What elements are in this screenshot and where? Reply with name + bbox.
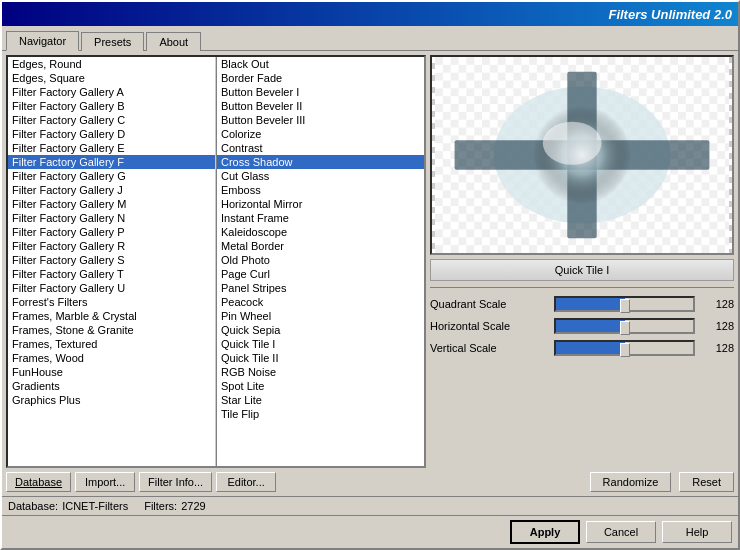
list-item[interactable]: Edges, Round — [8, 57, 215, 71]
import-button[interactable]: Import... — [75, 472, 135, 492]
right-panel-spacer — [430, 362, 734, 466]
param-value-0: 128 — [699, 298, 734, 310]
content-area: Edges, Round Edges, Square Filter Factor… — [2, 51, 738, 496]
editor-button[interactable]: Editor... — [216, 472, 276, 492]
list-item[interactable]: Filter Factory Gallery N — [8, 211, 215, 225]
list-item[interactable]: Filter Factory Gallery U — [8, 281, 215, 295]
list-item[interactable]: Filter Factory Gallery C — [8, 113, 215, 127]
list-item[interactable]: Quick Sepia — [217, 323, 424, 337]
params-separator — [430, 287, 734, 288]
preview-area — [430, 55, 734, 255]
database-button[interactable]: Database — [6, 472, 71, 492]
list-item[interactable]: Instant Frame — [217, 211, 424, 225]
list-item[interactable]: Filter Factory Gallery B — [8, 99, 215, 113]
list-item[interactable]: Cut Glass — [217, 169, 424, 183]
list-item[interactable]: Colorize — [217, 127, 424, 141]
list-item[interactable]: Filter Factory Gallery D — [8, 127, 215, 141]
list-item[interactable]: Button Beveler III — [217, 113, 424, 127]
help-button[interactable]: Help — [662, 521, 732, 543]
list-item[interactable]: Button Beveler II — [217, 99, 424, 113]
status-filters-value: 2729 — [181, 500, 205, 512]
list-item[interactable]: Star Lite — [217, 393, 424, 407]
list-item[interactable]: Spot Lite — [217, 379, 424, 393]
list-item[interactable]: Border Fade — [217, 71, 424, 85]
list-item[interactable]: RGB Noise — [217, 365, 424, 379]
list-item[interactable]: Quick Tile I — [217, 337, 424, 351]
list-item[interactable]: Pin Wheel — [217, 309, 424, 323]
preview-checker-bg — [432, 57, 732, 253]
slider-thumb-2[interactable] — [620, 343, 630, 357]
slider-fill-2 — [556, 342, 625, 354]
list-item selected[interactable]: Cross Shadow — [217, 155, 424, 169]
list-item[interactable]: Tile Flip — [217, 407, 424, 421]
tab-navigator[interactable]: Navigator — [6, 31, 79, 51]
tabs-area: Navigator Presets About — [2, 26, 738, 51]
bottom-buttons: Apply Cancel Help — [2, 515, 738, 548]
right-toolbar: Randomize Reset — [430, 470, 734, 492]
window-title: Filters Unlimited 2.0 — [608, 7, 732, 22]
list-item[interactable]: Filter Factory Gallery A — [8, 85, 215, 99]
list-item[interactable]: Forrest's Filters — [8, 295, 215, 309]
list-item[interactable]: Filter Factory Gallery M — [8, 197, 215, 211]
list-item selected[interactable]: Filter Factory Gallery F — [8, 155, 215, 169]
list-item[interactable]: Frames, Marble & Crystal — [8, 309, 215, 323]
right-panel: Quick Tile I Quadrant Scale 128 Horizont — [430, 55, 734, 492]
list-item[interactable]: Filter Factory Gallery P — [8, 225, 215, 239]
left-toolbar: Database Import... Filter Info... Editor… — [6, 468, 426, 492]
param-slider-0[interactable] — [554, 296, 695, 312]
list-item[interactable]: FunHouse — [8, 365, 215, 379]
list-item[interactable]: Edges, Square — [8, 71, 215, 85]
randomize-button[interactable]: Randomize — [590, 472, 672, 492]
list-item[interactable]: Filter Factory Gallery J — [8, 183, 215, 197]
param-slider-2[interactable] — [554, 340, 695, 356]
list-item[interactable]: Page Curl — [217, 267, 424, 281]
slider-thumb-1[interactable] — [620, 321, 630, 335]
param-slider-1[interactable] — [554, 318, 695, 334]
list-item[interactable]: Gradients — [8, 379, 215, 393]
list-item[interactable]: Peacock — [217, 295, 424, 309]
slider-fill-0 — [556, 298, 625, 310]
list-item[interactable]: Emboss — [217, 183, 424, 197]
apply-button[interactable]: Apply — [510, 520, 580, 544]
preview-image — [432, 57, 732, 253]
status-database: Database: ICNET-Filters — [8, 500, 128, 512]
list-item[interactable]: Panel Stripes — [217, 281, 424, 295]
left-panel: Edges, Round Edges, Square Filter Factor… — [6, 55, 426, 492]
filter-name-list[interactable]: Black Out Border Fade Button Beveler I B… — [217, 57, 424, 466]
list-item[interactable]: Filter Factory Gallery T — [8, 267, 215, 281]
slider-thumb-0[interactable] — [620, 299, 630, 313]
list-item[interactable]: Quick Tile II — [217, 351, 424, 365]
status-filters-label: Filters: — [144, 500, 177, 512]
param-row-1: Horizontal Scale 128 — [430, 316, 734, 336]
filter-category-list[interactable]: Edges, Round Edges, Square Filter Factor… — [8, 57, 216, 466]
list-item[interactable]: Frames, Textured — [8, 337, 215, 351]
title-bar: Filters Unlimited 2.0 — [2, 2, 738, 26]
tab-presets[interactable]: Presets — [81, 32, 144, 51]
list-item[interactable]: Metal Border — [217, 239, 424, 253]
filter-name-label: Quick Tile I — [555, 264, 609, 276]
param-label-2: Vertical Scale — [430, 342, 550, 354]
tab-about[interactable]: About — [146, 32, 201, 51]
status-filters: Filters: 2729 — [144, 500, 205, 512]
cancel-button[interactable]: Cancel — [586, 521, 656, 543]
list-item[interactable]: Contrast — [217, 141, 424, 155]
params-area: Quadrant Scale 128 Horizontal Scale 128 — [430, 294, 734, 358]
list-item[interactable]: Filter Factory Gallery R — [8, 239, 215, 253]
list-item[interactable]: Graphics Plus — [8, 393, 215, 407]
list-item[interactable]: Frames, Stone & Granite — [8, 323, 215, 337]
main-window: Filters Unlimited 2.0 Navigator Presets … — [0, 0, 740, 550]
list-item[interactable]: Filter Factory Gallery G — [8, 169, 215, 183]
reset-button[interactable]: Reset — [679, 472, 734, 492]
list-item[interactable]: Filter Factory Gallery S — [8, 253, 215, 267]
list-item[interactable]: Kaleidoscope — [217, 225, 424, 239]
filter-info-button[interactable]: Filter Info... — [139, 472, 212, 492]
list-item[interactable]: Old Photo — [217, 253, 424, 267]
list-item[interactable]: Horizontal Mirror — [217, 197, 424, 211]
list-item[interactable]: Frames, Wood — [8, 351, 215, 365]
list-item[interactable]: Filter Factory Gallery E — [8, 141, 215, 155]
lists-row: Edges, Round Edges, Square Filter Factor… — [6, 55, 426, 468]
list-item[interactable]: Button Beveler I — [217, 85, 424, 99]
status-database-label: Database: — [8, 500, 58, 512]
param-row-2: Vertical Scale 128 — [430, 338, 734, 358]
list-item[interactable]: Black Out — [217, 57, 424, 71]
